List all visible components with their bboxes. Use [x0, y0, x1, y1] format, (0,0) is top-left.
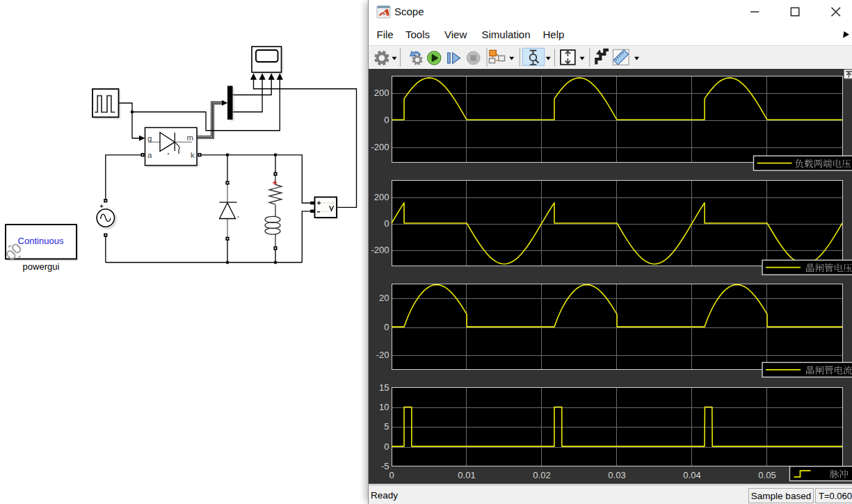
svg-text:m: m [187, 133, 194, 142]
svg-text:0: 0 [384, 441, 389, 452]
svg-text:20: 20 [379, 293, 389, 303]
svg-text:10: 10 [379, 402, 389, 412]
svg-text:g: g [147, 134, 152, 143]
svg-text:-5: -5 [381, 461, 389, 471]
svg-text:0.05: 0.05 [758, 470, 775, 480]
svg-text:0.03: 0.03 [608, 470, 625, 480]
svg-text:powergui: powergui [23, 261, 60, 272]
svg-text:-200: -200 [371, 142, 389, 152]
svg-text:0: 0 [384, 322, 389, 332]
svg-text:200: 200 [374, 88, 389, 98]
svg-text:5: 5 [384, 421, 389, 432]
svg-text:15: 15 [379, 382, 389, 393]
svg-text:-200: -200 [371, 245, 389, 255]
svg-text:0.02: 0.02 [533, 470, 550, 480]
svg-text:-20: -20 [376, 350, 389, 360]
svg-text:0: 0 [384, 115, 389, 125]
svg-text:k: k [191, 151, 195, 159]
svg-text:a: a [147, 151, 152, 159]
svg-text:0.04: 0.04 [683, 470, 700, 480]
svg-text:0.01: 0.01 [458, 470, 475, 480]
svg-text:Continuous: Continuous [18, 236, 64, 246]
svg-text:0: 0 [384, 218, 389, 229]
svg-text:200: 200 [374, 192, 389, 202]
svg-text:0: 0 [389, 470, 394, 480]
